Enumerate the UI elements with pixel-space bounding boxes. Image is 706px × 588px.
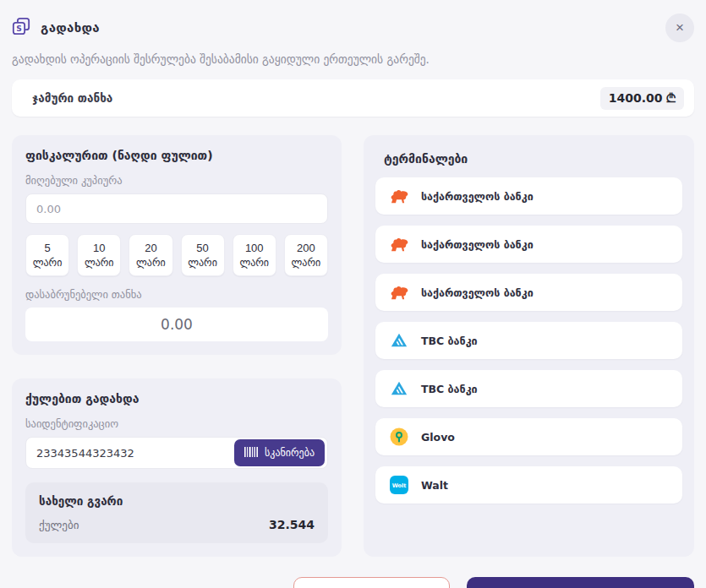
terminals-panel: ტერმინალები საქართველოს ბანკი bbox=[364, 135, 694, 557]
total-amount-card: ჯამური თანხა 1400.00 ₾ bbox=[12, 79, 694, 117]
quick-amount-unit: ლარი bbox=[33, 257, 63, 269]
quick-amount-unit: ლარი bbox=[239, 257, 269, 269]
fiscal-cash-panel: ფისკალურით (ნაღდი ფულით) მიღებული კუპიურ… bbox=[12, 135, 342, 355]
received-amount-label: მიღებული კუპიურა bbox=[25, 174, 328, 187]
quick-amount-button-10[interactable]: 10 ლარი bbox=[77, 234, 121, 276]
terminal-label: საქართველოს ბანკი bbox=[421, 286, 534, 299]
page-subtitle: გადახდის ოპერაციის შესრულება შესაბამისი … bbox=[12, 52, 694, 66]
bog-lion-icon bbox=[389, 282, 409, 302]
terminal-row[interactable]: TBC ბანკი bbox=[375, 370, 682, 407]
glovo-pin-icon bbox=[389, 427, 409, 447]
points-label: ქულები bbox=[39, 519, 79, 531]
points-payment-panel: ქულებით გადახდა საიდენტიფიკაციო bbox=[12, 378, 342, 557]
customer-name: სახელი გვარი bbox=[39, 494, 315, 508]
quick-amount-value: 10 bbox=[93, 242, 105, 254]
quick-amount-button-200[interactable]: 200 ლარი bbox=[284, 234, 328, 276]
tbc-triangle-icon bbox=[389, 330, 409, 351]
page-title: გადახდა bbox=[41, 20, 100, 35]
cancel-order-button[interactable]: × შეკვეთის გაუქმება bbox=[293, 577, 450, 588]
close-icon: × bbox=[676, 19, 684, 35]
quick-amount-unit: ლარი bbox=[85, 257, 114, 269]
footer-actions: × შეკვეთის გაუქმება ✓ გადახდის მიღება - … bbox=[12, 577, 694, 588]
payment-modal: S გადახდა × გადახდის ოპერაციის შესრულება… bbox=[0, 0, 706, 588]
terminal-label: TBC ბანკი bbox=[421, 383, 478, 395]
terminals-title: ტერმინალები bbox=[384, 152, 682, 166]
terminal-label: Glovo bbox=[421, 431, 455, 444]
total-amount-label: ჯამური თანხა bbox=[32, 91, 112, 105]
quick-amount-value: 200 bbox=[297, 242, 315, 254]
quick-amount-button-5[interactable]: 5 ლარი bbox=[25, 234, 69, 276]
customer-card: სახელი გვარი ქულები 32.544 bbox=[25, 482, 328, 543]
quick-amount-button-20[interactable]: 20 ლარი bbox=[129, 234, 172, 276]
quick-amount-unit: ლარი bbox=[136, 257, 166, 269]
change-amount-label: დასაბრუნებელი თანხა bbox=[25, 288, 328, 301]
terminal-row[interactable]: TBC ბანკი bbox=[375, 322, 682, 359]
quick-amount-value: 5 bbox=[44, 242, 50, 254]
quick-amount-value: 20 bbox=[145, 242, 156, 254]
quick-amount-unit: ლარი bbox=[292, 257, 321, 269]
fiscal-panel-title: ფისკალურით (ნაღდი ფულით) bbox=[25, 149, 328, 162]
scan-button-label: სკანირება bbox=[265, 447, 315, 459]
confirm-payment-button[interactable]: ✓ გადახდის მიღება - 1400.00 ₾ bbox=[467, 577, 694, 588]
terminal-row[interactable]: საქართველოს ბანკი bbox=[375, 274, 682, 311]
change-amount-display: 0.00 bbox=[25, 308, 328, 341]
terminal-list: საქართველოს ბანკი საქართველოს ბანკი bbox=[375, 177, 682, 504]
payment-receipt-icon: S bbox=[12, 17, 30, 39]
quick-amount-unit: ლარი bbox=[188, 257, 217, 269]
modal-header: S გადახდა × bbox=[12, 14, 694, 42]
terminal-label: საქართველოს ბანკი bbox=[421, 190, 534, 203]
quick-amount-value: 100 bbox=[245, 242, 264, 254]
svg-text:S: S bbox=[16, 24, 22, 33]
terminal-label: TBC ბანკი bbox=[421, 335, 478, 347]
points-panel-title: ქულებით გადახდა bbox=[25, 392, 328, 406]
received-amount-input[interactable] bbox=[25, 193, 328, 224]
terminal-row[interactable]: საქართველოს ბანკი bbox=[375, 177, 682, 215]
close-button[interactable]: × bbox=[665, 14, 694, 42]
points-value: 32.544 bbox=[269, 518, 315, 531]
scan-button[interactable]: სკანირება bbox=[234, 439, 325, 466]
terminal-row[interactable]: Glovo bbox=[375, 418, 682, 455]
quick-amount-button-50[interactable]: 50 ლარი bbox=[181, 234, 225, 276]
identification-label: საიდენტიფიკაციო bbox=[25, 417, 328, 430]
terminal-label: საქართველოს ბანკი bbox=[421, 238, 534, 251]
tbc-triangle-icon bbox=[389, 378, 409, 399]
svg-text:Wolt: Wolt bbox=[392, 482, 407, 489]
terminal-row[interactable]: Wolt Walt bbox=[375, 466, 682, 504]
terminal-row[interactable]: საქართველოს ბანკი bbox=[375, 226, 682, 263]
bog-lion-icon bbox=[389, 234, 409, 254]
quick-amount-buttons: 5 ლარი 10 ლარი 20 ლარი 50 ლარი bbox=[25, 234, 328, 276]
total-amount-value: 1400.00 ₾ bbox=[600, 87, 684, 110]
quick-amount-value: 50 bbox=[196, 242, 208, 254]
quick-amount-button-100[interactable]: 100 ლარი bbox=[233, 234, 276, 276]
terminal-label: Walt bbox=[421, 479, 448, 492]
bog-lion-icon bbox=[389, 186, 409, 206]
wolt-logo-icon: Wolt bbox=[389, 475, 409, 495]
barcode-icon bbox=[244, 447, 258, 460]
